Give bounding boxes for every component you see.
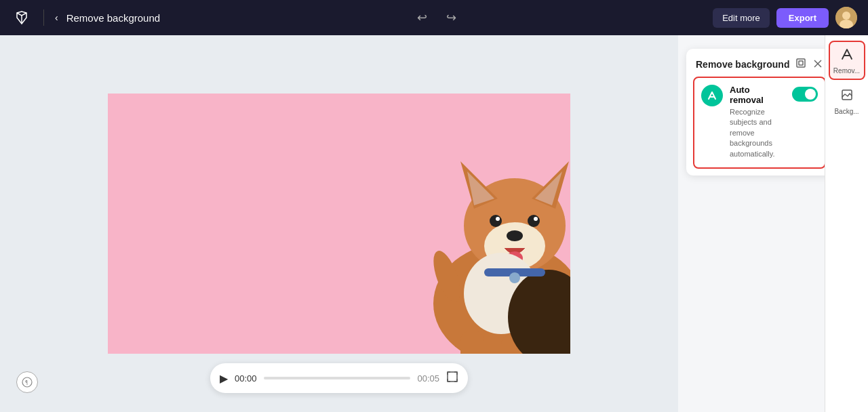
nav-divider — [43, 9, 44, 26]
auto-removal-icon — [701, 85, 723, 106]
video-canvas — [108, 94, 570, 354]
svg-point-26 — [26, 384, 28, 385]
tool-background[interactable]: Backg... — [829, 83, 865, 119]
user-avatar[interactable] — [835, 7, 857, 28]
canvas-image — [108, 94, 570, 354]
svg-point-25 — [22, 377, 32, 387]
export-button[interactable]: Export — [776, 8, 829, 28]
hint-icon[interactable] — [16, 371, 38, 393]
redo-button[interactable]: ↪ — [443, 7, 459, 28]
auto-removal-desc: Recognize subjects and remove background… — [730, 107, 781, 159]
svg-rect-24 — [448, 372, 457, 382]
tool-column: Remov... Backg... — [825, 35, 868, 412]
nav-center: ↩ ↪ — [168, 7, 705, 28]
progress-bar[interactable] — [264, 377, 411, 379]
svg-point-10 — [528, 215, 540, 227]
fullscreen-button[interactable] — [446, 371, 458, 386]
right-panel: Remove background — [678, 35, 868, 412]
background-icon — [840, 88, 854, 105]
auto-removal-card: Auto removal Recognize subjects and remo… — [693, 77, 826, 169]
svg-point-7 — [507, 230, 523, 241]
svg-rect-28 — [799, 61, 803, 65]
bg-panel: Remove background — [686, 49, 833, 176]
play-button[interactable]: ▶ — [220, 372, 228, 385]
tool-remove-bg[interactable]: Remov... — [829, 41, 865, 80]
remove-bg-icon — [840, 47, 854, 64]
tool-remove-bg-label: Remov... — [833, 67, 860, 75]
tool-background-label: Backg... — [834, 108, 859, 115]
bg-panel-title: Remove background — [696, 59, 789, 70]
panel-expand-button[interactable] — [795, 57, 807, 71]
auto-removal-toggle[interactable] — [792, 87, 818, 102]
app-logo — [11, 7, 33, 28]
undo-button[interactable]: ↩ — [414, 7, 430, 28]
back-button[interactable]: ‹ — [55, 12, 58, 23]
time-current: 00:00 — [235, 373, 257, 384]
svg-point-23 — [509, 272, 520, 283]
auto-removal-title: Auto removal — [730, 85, 781, 105]
svg-point-12 — [534, 217, 538, 221]
nav-right: Edit more Export — [713, 7, 857, 28]
bg-panel-header: Remove background — [686, 49, 833, 77]
svg-point-11 — [496, 217, 500, 221]
svg-point-1 — [842, 12, 850, 20]
auto-removal-text: Auto removal Recognize subjects and remo… — [730, 85, 781, 159]
edit-more-button[interactable]: Edit more — [713, 8, 770, 28]
svg-point-9 — [490, 215, 502, 227]
panel-close-button[interactable] — [812, 58, 823, 71]
toggle-wrap — [792, 85, 818, 102]
timeline-bar: ▶ 00:00 00:05 — [210, 363, 468, 393]
navbar: ‹ Remove background ↩ ↪ Edit more Export — [0, 0, 868, 35]
canvas-area: ▶ 00:00 00:05 — [0, 35, 678, 412]
svg-rect-27 — [797, 59, 805, 67]
svg-rect-18 — [460, 331, 484, 354]
time-total: 00:05 — [417, 373, 439, 384]
back-arrow-icon: ‹ — [55, 12, 58, 23]
main-area: ▶ 00:00 00:05 — [0, 35, 868, 412]
bg-panel-actions — [795, 57, 823, 71]
page-title: Remove background — [66, 12, 160, 24]
